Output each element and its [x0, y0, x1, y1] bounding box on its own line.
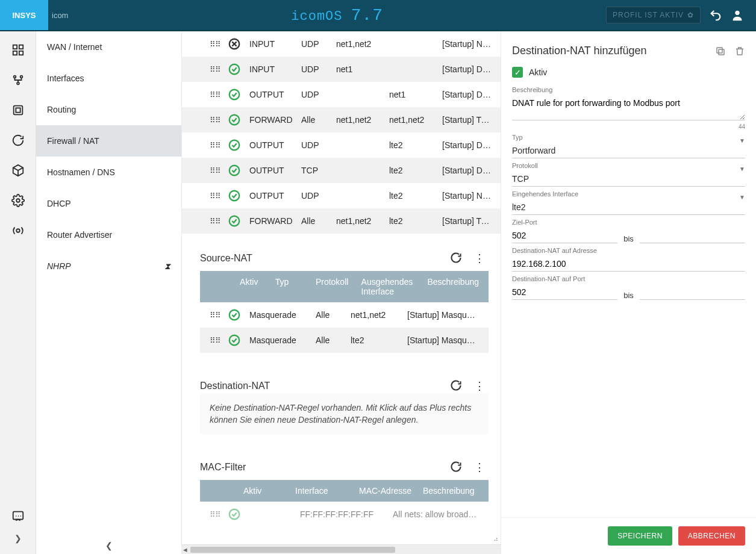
drag-handle-icon[interactable]	[210, 513, 219, 516]
check-circle-icon	[228, 138, 241, 152]
more-icon[interactable]: ⋮	[474, 461, 485, 474]
svg-rect-2	[19, 45, 22, 49]
filter-row[interactable]: OUTPUTTCPlte2[Startup] DNS queries sent …	[182, 158, 501, 183]
check-circle-icon	[228, 308, 241, 322]
refresh-icon[interactable]	[450, 461, 462, 474]
desc-input[interactable]	[512, 95, 745, 120]
chevron-down-icon: ▼	[739, 137, 745, 144]
snat-row[interactable]: MasqueradeAllelte2[Startup] Masquerading…	[200, 328, 489, 353]
nav-routing[interactable]: Routing	[36, 94, 181, 125]
broadcast-icon[interactable]	[11, 224, 25, 237]
logo-suffix: icom	[52, 11, 68, 20]
check-circle-icon	[228, 88, 241, 101]
drag-handle-icon[interactable]	[210, 68, 219, 71]
copy-icon[interactable]	[715, 46, 726, 57]
collapse-nav-icon[interactable]: ❮	[105, 541, 113, 550]
icon-rail: ❯	[0, 31, 36, 554]
drag-handle-icon[interactable]	[210, 314, 219, 317]
more-icon[interactable]: ⋮	[474, 379, 485, 393]
filter-row[interactable]: FORWARDAllenet1,net2lte2[Startup] Traffi…	[182, 208, 501, 234]
snat-title: Source-NAT	[200, 251, 252, 266]
filter-row[interactable]: OUTPUTUDPnet1[Startup] DHCP responses to…	[182, 82, 501, 107]
desc-count: 44	[512, 123, 745, 130]
check-circle-icon	[228, 334, 241, 347]
snat-row[interactable]: MasqueradeAllenet1,net2[Startup] Masquer…	[200, 302, 489, 328]
check-circle-icon	[228, 508, 241, 521]
dnat-addr-input[interactable]	[512, 255, 745, 272]
dnat-port-from-input[interactable]	[512, 284, 617, 300]
refresh-icon[interactable]	[450, 252, 462, 265]
typ-select[interactable]: Portforward	[512, 142, 745, 158]
resize-handle-icon[interactable]: ⠴	[493, 535, 498, 543]
svg-point-0	[735, 11, 739, 15]
filter-row[interactable]: OUTPUTUDPlte2[Startup] DNS queries sent …	[182, 132, 501, 158]
gear-icon: ✿	[687, 11, 694, 19]
drag-handle-icon[interactable]	[210, 93, 219, 96]
main-content: INPUTUDPnet1,net2[Startup] NTP queries f…	[182, 31, 501, 554]
settings-icon[interactable]	[11, 194, 25, 207]
feedback-icon[interactable]	[11, 509, 25, 523]
svg-rect-8	[13, 106, 22, 115]
proto-label: Protokoll	[512, 162, 745, 169]
trash-icon[interactable]	[734, 46, 745, 57]
in-iface-label: Eingehendes Interface	[512, 190, 745, 198]
nav-hostnames[interactable]: Hostnamen / DNS	[36, 157, 181, 188]
x-circle-icon	[228, 37, 241, 51]
dashboard-icon[interactable]	[11, 43, 25, 57]
interfaces-icon[interactable]	[11, 73, 25, 87]
box-icon[interactable]	[11, 164, 25, 177]
svg-rect-24	[719, 49, 724, 55]
firewall-icon[interactable]	[11, 134, 25, 147]
check-circle-icon	[228, 189, 241, 202]
undo-icon[interactable]	[709, 8, 722, 22]
check-circle-icon	[228, 214, 241, 228]
drag-handle-icon[interactable]	[210, 169, 219, 172]
svg-rect-1	[13, 45, 16, 49]
drag-handle-icon[interactable]	[210, 43, 219, 46]
typ-label: Typ	[512, 134, 745, 141]
mac-row[interactable]: FF:FF:FF:FF:FF:FFAll nets: allow broadca…	[200, 502, 489, 527]
user-icon[interactable]	[731, 8, 744, 22]
svg-point-7	[17, 82, 19, 85]
refresh-icon[interactable]	[450, 379, 462, 393]
svg-rect-3	[13, 51, 16, 55]
nav-firewall[interactable]: Firewall / NAT	[36, 125, 181, 157]
check-circle-icon	[228, 164, 241, 177]
nav-router-adv[interactable]: Router Advertiser	[36, 219, 181, 251]
in-iface-select[interactable]: lte2	[512, 199, 745, 215]
filter-row[interactable]: INPUTUDPnet1[Startup] DHCP queries from …	[182, 57, 501, 82]
svg-rect-9	[16, 108, 20, 112]
profile-status-button[interactable]: PROFIL IST AKTIV ✿	[606, 7, 701, 23]
panel-title: Destination-NAT hinzufügen	[512, 45, 646, 57]
drag-handle-icon[interactable]	[210, 339, 219, 342]
nav-nhrp[interactable]: NHRP⧗	[36, 251, 181, 282]
cancel-button[interactable]: ABBRECHEN	[678, 526, 745, 546]
drag-handle-icon[interactable]	[210, 195, 219, 198]
drag-handle-icon[interactable]	[210, 144, 219, 147]
horizontal-scrollbar[interactable]: ◂	[182, 544, 501, 554]
proto-select[interactable]: TCP	[512, 170, 745, 187]
routing-icon[interactable]	[11, 104, 25, 117]
zielport-label: Ziel-Port	[512, 219, 617, 226]
filter-row[interactable]: FORWARDAllenet1,net2net1,net2[Startup] T…	[182, 107, 501, 132]
dnat-addr-label: Destination-NAT auf Adresse	[512, 247, 745, 254]
dnat-port-to-input[interactable]	[640, 284, 745, 300]
side-nav: WAN / Internet Interfaces Routing Firewa…	[36, 31, 182, 554]
expand-rail-icon[interactable]: ❯	[14, 534, 22, 543]
mac-title: MAC-Filter	[200, 459, 246, 475]
drag-handle-icon[interactable]	[210, 119, 219, 122]
product-title: icomOS 7.7	[68, 6, 606, 25]
nav-interfaces[interactable]: Interfaces	[36, 63, 181, 94]
save-button[interactable]: SPEICHERN	[608, 526, 672, 546]
dnat-title: Destination-NAT	[200, 378, 270, 394]
filter-row[interactable]: INPUTUDPnet1,net2[Startup] NTP queries f…	[182, 31, 501, 57]
nav-dhcp[interactable]: DHCP	[36, 188, 181, 219]
more-icon[interactable]: ⋮	[474, 252, 485, 265]
svg-rect-25	[717, 48, 722, 53]
zielport-to-input[interactable]	[640, 227, 745, 243]
nav-wan[interactable]: WAN / Internet	[36, 31, 181, 63]
drag-handle-icon[interactable]	[210, 220, 219, 223]
filter-row[interactable]: OUTPUTUDPlte2[Startup] NTP queries sent …	[182, 183, 501, 208]
active-checkbox[interactable]: ✓	[512, 67, 523, 78]
zielport-from-input[interactable]	[512, 227, 617, 243]
